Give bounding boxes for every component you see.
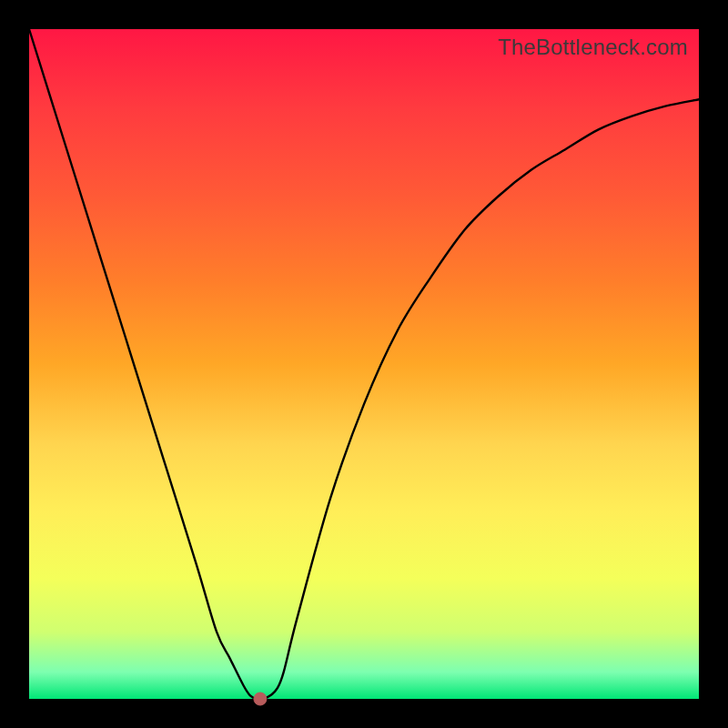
plot-area: TheBottleneck.com	[29, 29, 699, 699]
chart-frame: TheBottleneck.com	[0, 0, 728, 728]
curve-layer	[29, 29, 699, 699]
bottleneck-curve	[29, 29, 699, 699]
curve-minimum-marker	[254, 693, 267, 705]
